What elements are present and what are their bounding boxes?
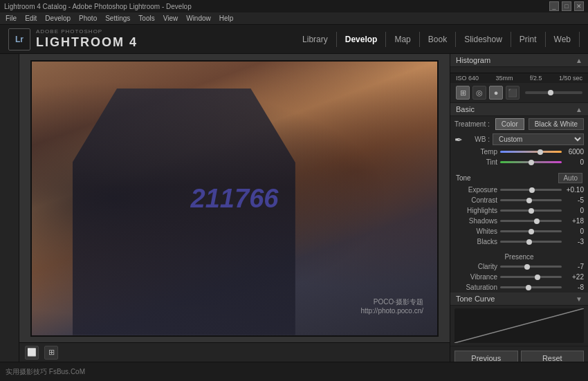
menu-tools[interactable]: Tools [138, 15, 154, 22]
reset-button[interactable]: Reset [521, 351, 585, 362]
basic-arrow[interactable]: ▲ [576, 106, 582, 113]
tool-slider[interactable] [525, 91, 582, 94]
whites-label: Whites [454, 227, 497, 235]
tone-label: Tone [456, 174, 471, 182]
whites-slider-row: Whites 0 [450, 226, 588, 236]
saturation-slider-row: Saturation -8 [450, 282, 588, 292]
vibrance-thumb[interactable] [535, 275, 540, 280]
vibrance-slider-row: Vibrance +22 [450, 272, 588, 282]
presence-section-label: Presence [450, 251, 588, 261]
minimize-button[interactable]: _ [549, 1, 559, 11]
spot-tool[interactable]: ◎ [472, 86, 486, 100]
clarity-thumb[interactable] [524, 264, 530, 270]
saturation-label: Saturation [454, 284, 497, 291]
person-overlay [73, 89, 295, 335]
highlights-track[interactable] [500, 210, 562, 212]
logo-text: ADOBE PHOTOSHOP LIGHTROOM 4 [36, 28, 138, 50]
tab-print[interactable]: Print [511, 32, 546, 47]
auto-button[interactable]: Auto [558, 173, 582, 183]
basic-section-header: Basic ▲ [450, 103, 588, 116]
previous-button[interactable]: Previous [454, 351, 518, 362]
temp-thumb[interactable] [538, 149, 543, 155]
whites-value: 0 [564, 227, 584, 235]
shadows-track[interactable] [500, 220, 562, 222]
logo-area: Lr ADOBE PHOTOSHOP LIGHTROOM 4 [8, 28, 138, 50]
tab-develop[interactable]: Develop [337, 32, 387, 47]
wb-select[interactable]: Custom Auto Daylight Cloudy Shade Tungst… [493, 133, 584, 145]
clarity-label: Clarity [454, 263, 497, 270]
whites-track[interactable] [500, 230, 562, 232]
maximize-button[interactable]: □ [562, 1, 571, 11]
view-icon-2[interactable]: ⊞ [44, 346, 58, 360]
photo-container: 211766 POCO·摄影专题 http://photo.poco.cn/ [19, 54, 450, 342]
shadows-thumb[interactable] [534, 219, 540, 224]
tab-web[interactable]: Web [546, 32, 580, 47]
blacks-slider-row: Blacks -3 [450, 236, 588, 247]
tone-curve-header: Tone Curve ▼ [450, 292, 588, 306]
menu-settings[interactable]: Settings [105, 15, 130, 22]
menu-develop[interactable]: Develop [45, 15, 71, 22]
tint-value: 0 [564, 158, 584, 166]
contrast-track[interactable] [500, 199, 562, 201]
tint-track[interactable] [500, 161, 562, 163]
blacks-value: -3 [564, 238, 584, 245]
redeye-tool[interactable]: ● [489, 86, 503, 100]
tab-slideshow[interactable]: Slideshow [456, 32, 511, 47]
tone-curve-arrow[interactable]: ▼ [576, 295, 582, 303]
focal-length: 35mm [496, 75, 513, 82]
right-panel: Histogram ▲ ISO 640 35mm f/2.5 1/50 sec … [450, 54, 588, 362]
highlights-value: 0 [564, 207, 584, 214]
blacks-track[interactable] [500, 241, 562, 243]
contrast-thumb[interactable] [526, 198, 532, 203]
vibrance-value: +22 [564, 273, 584, 281]
color-treatment-button[interactable]: Color [495, 118, 524, 130]
tone-curve-area [454, 308, 584, 343]
blacks-label: Blacks [454, 238, 497, 245]
eyedropper-icon[interactable]: ✒ [454, 134, 463, 145]
shadows-label: Shadows [454, 217, 497, 225]
exposure-thumb[interactable] [529, 187, 535, 193]
histogram-section-header: Histogram ▲ [450, 54, 588, 67]
saturation-track[interactable] [500, 286, 562, 288]
menu-help[interactable]: Help [219, 15, 234, 22]
tint-slider-row: Tint 0 [450, 157, 588, 167]
whites-thumb[interactable] [529, 229, 534, 234]
treatment-label: Treatment : [454, 120, 491, 128]
tone-curve-title: Tone Curve [456, 295, 495, 303]
histogram-arrow[interactable]: ▲ [576, 57, 582, 64]
menu-view[interactable]: View [163, 15, 178, 22]
tint-thumb[interactable] [529, 160, 534, 165]
blacks-thumb[interactable] [526, 239, 532, 245]
wb-row: ✒ WB : Custom Auto Daylight Cloudy Shade… [450, 132, 588, 147]
tab-map[interactable]: Map [386, 32, 419, 47]
close-button[interactable]: ✕ [574, 1, 584, 11]
crop-tool[interactable]: ⊞ [456, 86, 470, 100]
vibrance-track[interactable] [500, 276, 562, 278]
window-title: Lightroom 4 Catalog - Adobe Photoshop Li… [4, 3, 192, 10]
exposure-info: ISO 640 35mm f/2.5 1/50 sec [450, 73, 588, 83]
temp-track[interactable] [500, 151, 562, 153]
exposure-track[interactable] [500, 189, 562, 191]
main-area: 211766 POCO·摄影专题 http://photo.poco.cn/ ⬜… [0, 54, 588, 362]
saturation-value: -8 [564, 284, 584, 291]
aperture-value: f/2.5 [530, 75, 542, 82]
panel-footer: Previous Reset [450, 346, 588, 362]
contrast-value: -5 [564, 196, 584, 204]
tint-label: Tint [454, 158, 497, 166]
clarity-track[interactable] [500, 266, 562, 268]
photo-frame: 211766 POCO·摄影专题 http://photo.poco.cn/ [30, 60, 439, 337]
menu-photo[interactable]: Photo [79, 15, 97, 22]
menu-file[interactable]: File [6, 15, 17, 22]
bottom-bar-center: ⬜ ⊞ [19, 342, 450, 362]
menubar: File Edit Develop Photo Settings Tools V… [0, 12, 588, 25]
view-icon-1[interactable]: ⬜ [25, 346, 39, 360]
svg-line-0 [454, 308, 584, 343]
menu-edit[interactable]: Edit [25, 15, 37, 22]
menu-window[interactable]: Window [186, 15, 211, 22]
highlights-thumb[interactable] [529, 208, 534, 214]
saturation-thumb[interactable] [526, 285, 531, 290]
brush-tool[interactable]: ⬛ [506, 86, 520, 100]
tab-book[interactable]: Book [420, 32, 456, 47]
tab-library[interactable]: Library [294, 32, 337, 47]
bw-treatment-button[interactable]: Black & White [529, 118, 584, 130]
